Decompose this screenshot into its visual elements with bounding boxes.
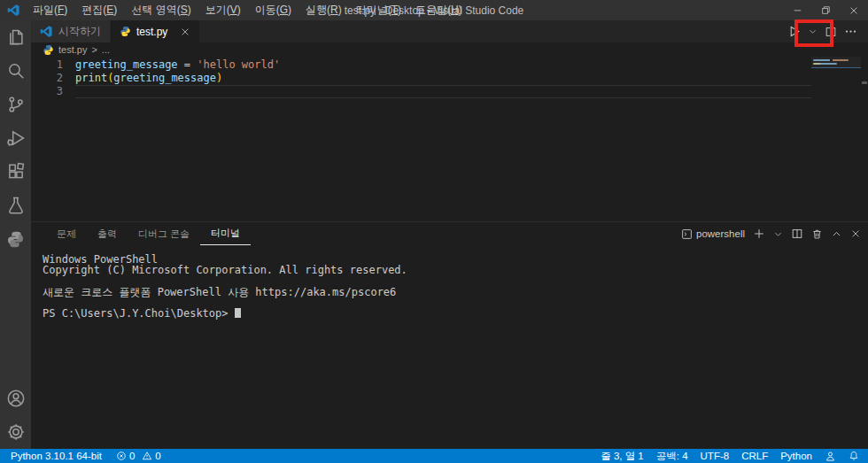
terminal-prompt: PS C:\Users\J.Y.Choi\Desktop> [43,308,868,319]
status-bar-right: 줄 3, 열 1공백: 4UTF-8CRLFPython [588,450,859,463]
activity-item-accounts[interactable] [0,382,31,415]
panel-tab-디버그 콘솔[interactable]: 디버그 콘솔 [128,222,200,245]
activity-item-testing[interactable] [0,189,31,222]
menu-item[interactable]: 실행(R) [298,0,349,20]
activity-item-python[interactable] [0,222,31,256]
maximize-panel-button[interactable] [831,228,842,240]
minimap[interactable] [811,57,861,221]
panel-tab-문제[interactable]: 문제 [46,222,87,245]
panel-action-buttons [753,228,861,240]
activity-item-explorer[interactable] [0,20,31,54]
tab-시작하기[interactable]: 시작하기 [31,20,111,42]
chevron-up-icon [831,228,842,240]
terminal-line: Copyright (C) Microsoft Corporation. All… [43,265,868,275]
new-terminal-button[interactable] [753,228,765,240]
feedback-button[interactable] [825,451,836,462]
vscode-logo-icon [7,4,20,17]
ellipsis-icon [844,25,857,38]
terminal-output[interactable]: Windows PowerShellCopyright (C) Microsof… [31,245,868,449]
menu-item[interactable]: 편집(E) [74,0,124,20]
close-button[interactable] [840,0,868,20]
python-interpreter-status[interactable]: Python 3.10.1 64-bit [11,451,102,461]
chevron-down-icon [808,27,818,36]
vscode-logo-icon [40,25,53,38]
panel-header: 문제출력디버그 콘솔터미널 powershell [31,222,868,245]
close-panel-button[interactable] [850,228,861,239]
terminal-line: 새로운 크로스 플랫폼 PowerShell 사용 https://aka.ms… [43,287,868,297]
shell-label[interactable]: powershell [696,228,745,239]
split-terminal-button[interactable] [791,228,803,240]
menu-item[interactable]: 이동(G) [248,0,298,20]
breadcrumb-more[interactable]: ... [102,44,110,55]
code-editor[interactable]: 1greeting_message = 'hello world'2print(… [31,57,868,221]
token-string: 'hello world' [197,58,280,71]
code-area[interactable]: 1greeting_message = 'hello world'2print(… [31,58,811,98]
code-text[interactable]: print(greeting_message) [75,72,811,85]
code-line[interactable]: 1greeting_message = 'hello world' [31,58,811,72]
tab-bar: 시작하기test.py [31,20,868,42]
menu-item[interactable]: 보기(V) [198,0,248,20]
activity-item-source-control[interactable] [0,88,31,121]
terminal-icon [681,228,693,240]
run-dropdown-button[interactable] [806,25,819,38]
extensions-icon [6,162,26,181]
bell-icon [849,451,859,461]
eol-status[interactable]: CRLF [741,451,768,461]
activity-item-extensions[interactable] [0,155,31,189]
shell-selector[interactable]: powershell [681,228,745,240]
flask-icon [6,196,26,215]
error-count: 0 [129,451,135,461]
activity-item-search[interactable] [0,54,31,88]
restore-button[interactable] [811,0,840,20]
tab-test.py[interactable]: test.py [111,20,200,42]
panel-tab-출력[interactable]: 출력 [87,222,128,245]
cursor-position-status[interactable]: 줄 3, 열 1 [601,450,644,463]
tab-close-icon[interactable] [180,27,190,37]
problems-status[interactable]: 00 [116,451,161,461]
window-title: test.py - Desktop - Visual Studio Code [345,4,524,17]
terminal-profile-dropdown[interactable] [773,229,783,239]
encoding-status[interactable]: UTF-8 [701,451,730,461]
minimize-button[interactable] [783,0,811,20]
activity-item-settings[interactable] [0,415,31,449]
split-editor-button[interactable] [823,24,839,40]
minimap-code-line [813,59,849,61]
menu-item[interactable]: 파일(F) [26,0,74,20]
language-mode-status[interactable]: Python [780,451,812,461]
overview-ruler [861,57,868,221]
bell-button[interactable] [849,451,859,461]
token-default: = [178,58,198,71]
code-text[interactable]: greeting_message = 'hello world' [75,58,811,72]
feedback-icon [825,451,836,462]
title-bar: 파일(F)편집(E)선택 영역(S)보기(V)이동(G)실행(R)터미널(T)도… [0,0,868,20]
restore-icon [821,5,831,15]
status-bar: Python 3.10.1 64-bit 00 줄 3, 열 1공백: 4UTF… [0,449,868,463]
activity-item-run-and-debug[interactable] [0,121,31,155]
menu-item[interactable]: 선택 영역(S) [124,0,198,20]
plus-icon [753,228,765,240]
code-line[interactable]: 2print(greeting_message) [31,72,811,85]
breadcrumb-file[interactable]: test.py [58,44,87,55]
indentation-status[interactable]: 공백: 4 [656,450,688,463]
account-icon [6,389,26,408]
panel-tab-터미널[interactable]: 터미널 [200,222,251,245]
split-icon [791,228,803,240]
more-actions-button[interactable] [842,23,859,40]
tab-label: 시작하기 [58,24,101,39]
code-line[interactable]: 3 [31,85,811,98]
run-button[interactable] [786,23,802,40]
kill-terminal-button[interactable] [811,228,823,240]
code-text[interactable] [75,85,811,98]
token-variable: greeting_message [75,58,178,71]
token-bracket: ) [216,72,222,84]
token-function: print [75,72,107,84]
search-icon [6,61,26,81]
terminal-cursor [235,308,241,318]
warning-count: 0 [155,451,160,461]
python-file-icon [43,44,54,56]
breadcrumb[interactable]: test.py > ... [31,42,868,57]
minimize-icon [793,5,802,15]
window-controls [783,0,868,20]
minimap-code-line [813,63,837,65]
split-icon [825,26,837,38]
